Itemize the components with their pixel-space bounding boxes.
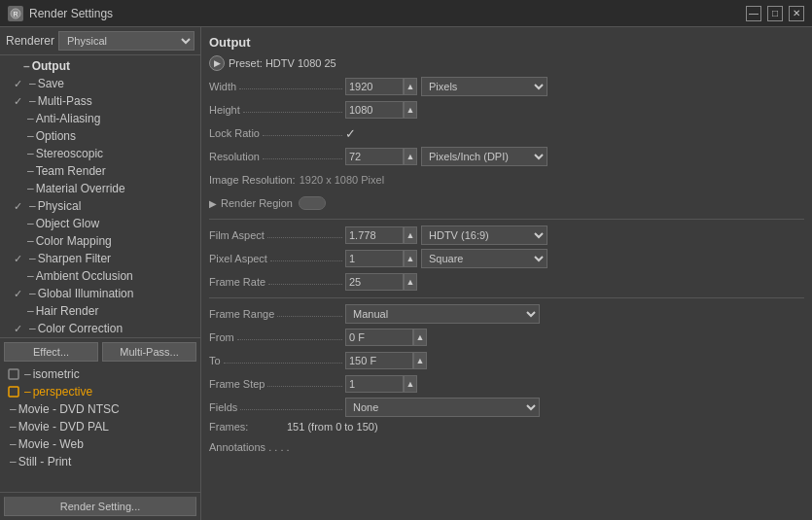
resolution-unit-select[interactable]: Pixels/Inch (DPI) — [421, 147, 547, 166]
sidebar-item-ambient-occlusion[interactable]: – Ambient Occlusion — [0, 267, 200, 285]
isometric-icon — [6, 366, 21, 382]
width-input[interactable] — [345, 78, 404, 95]
sidebar-item-movie-web[interactable]: – Movie - Web — [0, 435, 200, 453]
sidebar-item-color-mapping[interactable]: – Color Mapping — [0, 232, 200, 250]
image-resolution-label: Image Resolution: — [209, 174, 296, 186]
to-row: To ▲ — [209, 351, 804, 370]
film-aspect-label: Film Aspect — [209, 229, 345, 241]
from-input-group: ▲ — [345, 329, 427, 346]
frame-step-input[interactable] — [345, 375, 404, 393]
sidebar-item-hair-render[interactable]: – Hair Render — [0, 302, 200, 320]
film-aspect-input-group: ▲ — [345, 226, 417, 244]
render-setting-row: Render Setting... — [0, 492, 200, 520]
title-bar: R Render Settings — □ ✕ — [0, 0, 812, 27]
sidebar-item-movie-dvd-pal[interactable]: – Movie - DVD PAL — [0, 418, 200, 435]
width-spin-up[interactable]: ▲ — [404, 78, 417, 95]
frame-rate-input-group: ▲ — [345, 273, 417, 291]
frame-step-row: Frame Step ▲ — [209, 374, 804, 394]
sidebar-item-perspective[interactable]: – perspective — [0, 383, 200, 400]
sidebar-item-color-correction[interactable]: ✓ – Color Correction — [0, 320, 200, 337]
height-label: Height — [209, 104, 345, 116]
minimize-button[interactable]: — — [746, 6, 761, 21]
from-label: From — [209, 331, 345, 343]
separator-2 — [209, 297, 804, 298]
frame-step-spin[interactable]: ▲ — [404, 375, 417, 393]
sidebar-item-anti-aliasing[interactable]: – Anti-Aliasing — [0, 110, 200, 127]
annotations-label: Annotations . . . . — [209, 441, 290, 453]
sidebar-item-isometric[interactable]: – isometric — [0, 365, 200, 383]
sidebar-item-team-render[interactable]: – Team Render — [0, 162, 200, 180]
lock-ratio-label: Lock Ratio — [209, 127, 345, 139]
image-resolution-value: 1920 x 1080 Pixel — [300, 174, 384, 186]
frame-rate-label: Frame Rate — [209, 276, 345, 288]
close-button[interactable]: ✕ — [789, 6, 804, 21]
svg-rect-3 — [9, 387, 18, 397]
sidebar-item-multi-pass[interactable]: ✓ – Multi-Pass — [0, 92, 200, 110]
sidebar-item-save[interactable]: ✓ – Save — [0, 75, 200, 92]
film-aspect-input[interactable] — [345, 226, 404, 244]
pixel-aspect-unit-select[interactable]: Square — [421, 249, 547, 268]
render-region-toggle[interactable] — [299, 196, 326, 210]
sidebar-item-object-glow[interactable]: – Object Glow — [0, 215, 200, 232]
sidebar-item-physical[interactable]: ✓ – Physical — [0, 197, 200, 215]
window-title: Render Settings — [29, 7, 746, 20]
render-region-row: ▶ Render Region — [209, 193, 804, 213]
sidebar-item-stereoscopic[interactable]: – Stereoscopic — [0, 145, 200, 162]
to-label: To — [209, 355, 345, 366]
from-input[interactable] — [345, 329, 413, 346]
width-row: Width ▲ Pixels — [209, 77, 804, 96]
sidebar-item-movie-dvd-ntsc[interactable]: – Movie - DVD NTSC — [0, 400, 200, 418]
multi-pass-button[interactable]: Multi-Pass... — [102, 342, 196, 362]
frame-range-row: Frame Range Manual — [209, 304, 804, 324]
fields-label: Fields — [209, 401, 345, 413]
effect-button[interactable]: Effect... — [4, 342, 98, 362]
from-spin[interactable]: ▲ — [413, 329, 427, 346]
right-panel: Output ▶ Preset: HDTV 1080 25 Width ▲ Pi… — [201, 27, 812, 520]
maximize-button[interactable]: □ — [767, 6, 783, 21]
resolution-spin-up[interactable]: ▲ — [404, 148, 417, 165]
render-setting-button[interactable]: Render Setting... — [4, 497, 196, 516]
film-aspect-unit-select[interactable]: HDTV (16:9) — [421, 225, 547, 245]
frame-rate-spin[interactable]: ▲ — [404, 273, 417, 291]
to-spin[interactable]: ▲ — [413, 352, 427, 369]
frame-step-label: Frame Step — [209, 378, 345, 390]
renderer-select[interactable]: Physical — [58, 31, 194, 51]
frame-range-select[interactable]: Manual — [345, 304, 540, 324]
width-unit-select[interactable]: Pixels — [421, 77, 547, 96]
width-input-group: ▲ — [345, 78, 417, 95]
frames-row: Frames: 151 (from 0 to 150) — [209, 421, 804, 433]
from-row: From ▲ — [209, 328, 804, 347]
left-panel: Renderer Physical – Output ✓ – Save ✓ – … — [0, 27, 201, 520]
pixel-aspect-input[interactable] — [345, 250, 404, 267]
sidebar-item-options[interactable]: – Options — [0, 127, 200, 145]
sidebar-item-still-print[interactable]: – Still - Print — [0, 453, 200, 470]
render-region-label: Render Region — [221, 197, 293, 209]
app-icon: R — [8, 6, 23, 21]
lock-ratio-check[interactable]: ✓ — [345, 126, 356, 141]
to-input[interactable] — [345, 352, 413, 369]
effect-buttons: Effect... Multi-Pass... — [0, 337, 200, 365]
fields-row: Fields None — [209, 398, 804, 417]
height-input[interactable] — [345, 101, 404, 119]
sidebar-item-output[interactable]: – Output — [0, 57, 200, 75]
fields-select[interactable]: None — [345, 398, 540, 417]
sidebar-item-global-illumination[interactable]: ✓ – Global Illumination — [0, 285, 200, 302]
preset-button[interactable]: ▶ — [209, 55, 225, 71]
resolution-input[interactable] — [345, 148, 404, 165]
lock-ratio-row: Lock Ratio ✓ — [209, 123, 804, 143]
frame-rate-input[interactable] — [345, 273, 404, 291]
film-aspect-spin[interactable]: ▲ — [404, 226, 417, 244]
frames-label: Frames: — [209, 421, 287, 433]
height-row: Height ▲ — [209, 100, 804, 120]
frame-rate-row: Frame Rate ▲ — [209, 272, 804, 292]
annotations-area: Annotations . . . . — [209, 440, 804, 454]
sidebar-item-material-override[interactable]: – Material Override — [0, 180, 200, 197]
pixel-aspect-spin[interactable]: ▲ — [404, 250, 417, 267]
height-spin-up[interactable]: ▲ — [404, 101, 417, 119]
resolution-row: Resolution ▲ Pixels/Inch (DPI) — [209, 147, 804, 166]
sidebar-item-sharpen-filter[interactable]: ✓ – Sharpen Filter — [0, 250, 200, 267]
svg-text:R: R — [13, 11, 18, 17]
svg-rect-2 — [9, 369, 18, 379]
resolution-input-group: ▲ — [345, 148, 417, 165]
frame-step-input-group: ▲ — [345, 375, 417, 393]
